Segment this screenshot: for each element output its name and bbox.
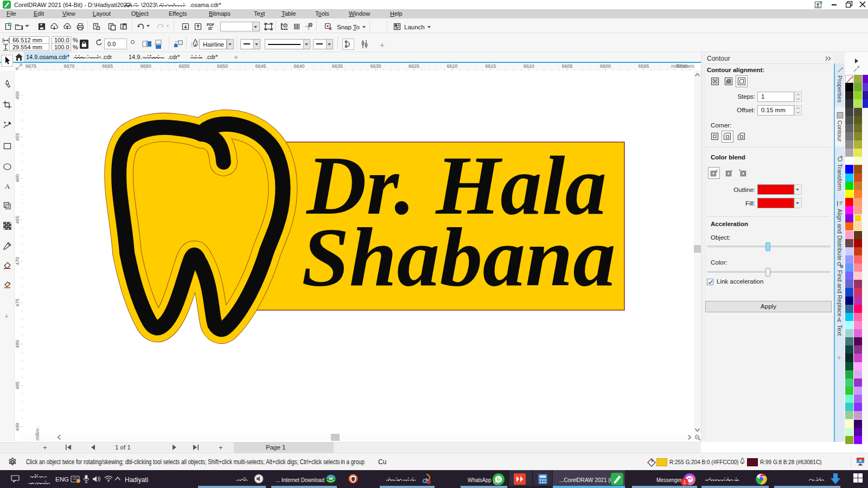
- svg-text:460: 460: [15, 174, 20, 182]
- svg-text:A: A: [5, 182, 10, 190]
- svg-text:480: 480: [15, 340, 20, 348]
- svg-text:6670: 6670: [64, 63, 75, 69]
- svg-text:6600: 6600: [600, 63, 611, 69]
- svg-text:6645: 6645: [256, 63, 266, 69]
- svg-text:6630: 6630: [370, 63, 381, 69]
- svg-text:6605: 6605: [561, 63, 572, 69]
- svg-text:475: 475: [15, 298, 20, 306]
- svg-text:PDF: PDF: [207, 23, 215, 27]
- svg-text:6655: 6655: [178, 63, 189, 69]
- svg-text:6665: 6665: [102, 63, 113, 69]
- svg-text:6595: 6595: [639, 63, 649, 69]
- svg-text:465: 465: [15, 216, 20, 224]
- svg-text:485: 485: [15, 381, 20, 389]
- svg-text:6660: 6660: [141, 63, 151, 69]
- svg-text:A: A: [837, 317, 841, 323]
- svg-text:455: 455: [15, 133, 20, 141]
- svg-text:6625: 6625: [409, 63, 419, 69]
- svg-text:6675: 6675: [25, 63, 36, 69]
- svg-text:6650: 6650: [217, 63, 228, 69]
- svg-text:490: 490: [15, 423, 20, 431]
- svg-text:6620: 6620: [447, 63, 458, 69]
- svg-text:6640: 6640: [293, 63, 304, 69]
- svg-text:6615: 6615: [485, 63, 496, 69]
- svg-text:Shabana: Shabana: [302, 211, 616, 303]
- svg-text:6610: 6610: [524, 63, 534, 69]
- svg-text:6635: 6635: [332, 63, 343, 69]
- svg-text:470: 470: [15, 257, 20, 265]
- svg-text:450: 450: [15, 91, 20, 99]
